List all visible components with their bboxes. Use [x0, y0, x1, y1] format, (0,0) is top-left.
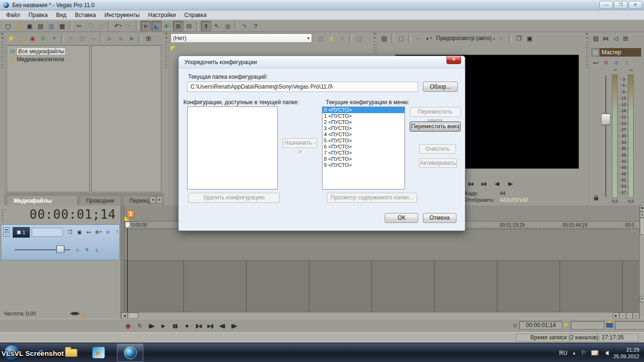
- auto-crossfade-icon[interactable]: ⊞: [173, 21, 183, 31]
- ignore-event-grouping-icon[interactable]: Ⅱ: [201, 21, 211, 31]
- config-menu-item[interactable]: 4 <ПУСТО>: [322, 132, 405, 138]
- minimize-button[interactable]: —: [599, 1, 613, 9]
- explorer-folder-icon[interactable]: [65, 349, 77, 357]
- fx-dock-strip[interactable]: ✕◂: [164, 32, 169, 206]
- track-1-lane[interactable]: [124, 229, 639, 261]
- tray-expand-icon[interactable]: ▲: [572, 351, 576, 355]
- media-properties-icon[interactable]: ▤: [77, 33, 87, 43]
- remove-plugin-icon[interactable]: ✕: [337, 33, 347, 43]
- available-configs-list[interactable]: [187, 107, 278, 189]
- copy-icon[interactable]: ❐: [85, 21, 95, 31]
- delete-config-button[interactable]: Удалить конфигурацию: [188, 193, 280, 203]
- mute-track-icon[interactable]: ⊘: [103, 228, 112, 236]
- play-from-start-icon[interactable]: ▮▶: [146, 321, 157, 330]
- language-indicator[interactable]: RU: [559, 350, 567, 356]
- master-fx-icon[interactable]: ⚙: [602, 58, 611, 67]
- media-player-icon[interactable]: ▶: [92, 347, 105, 358]
- tab-scroll-left-icon[interactable]: ◂: [149, 196, 156, 204]
- extract-audio-cd-icon[interactable]: ✇: [38, 33, 49, 43]
- previous-frame-icon[interactable]: ◀▮: [217, 321, 227, 330]
- cursor-time-display[interactable]: 00:00:01;14: [30, 207, 116, 222]
- auto-ripple-icon[interactable]: ⊟: [184, 21, 194, 31]
- dialog-close-button[interactable]: ✕: [446, 56, 461, 64]
- next-frame-icon[interactable]: ▮▶: [229, 321, 239, 330]
- config-menu-item[interactable]: 3 <ПУСТО>: [322, 125, 405, 132]
- stop-preview-icon[interactable]: ■: [116, 33, 126, 43]
- dim-output-icon[interactable]: ◁: [611, 33, 620, 43]
- auto-preview-icon[interactable]: ⚡: [6, 33, 16, 43]
- downmix-output-icon[interactable]: ⋈: [601, 33, 611, 43]
- ok-button[interactable]: ОК: [385, 213, 418, 223]
- config-menu-item[interactable]: 0 <ПУСТО>: [322, 107, 405, 113]
- tab-explorer[interactable]: Проводник: [79, 195, 121, 206]
- scrub-control[interactable]: ◀◆▶: [70, 310, 79, 316]
- new-project-icon[interactable]: ▢: [3, 21, 13, 31]
- menu-item[interactable]: Инструменты: [100, 12, 144, 18]
- save-preset-icon[interactable]: ▤: [315, 33, 326, 43]
- start-preview-icon[interactable]: ▶: [105, 33, 115, 43]
- config-menu-item[interactable]: 2 <ПУСТО>: [322, 119, 405, 125]
- go-to-start-icon[interactable]: ▮◀: [193, 321, 204, 330]
- selection-edit-icon[interactable]: ↖: [212, 21, 222, 31]
- zoom-in-icon[interactable]: +: [619, 313, 626, 319]
- paint-tool-icon[interactable]: ✚▾: [162, 21, 173, 31]
- video-preferences-icon[interactable]: ▤: [379, 33, 389, 43]
- compositing-mode-icon[interactable]: ❐: [66, 228, 74, 236]
- action-center-flag-icon[interactable]: ⚐: [581, 349, 586, 356]
- tray-clock[interactable]: 21:29 25.09.2012: [613, 346, 639, 360]
- next-frame-icon[interactable]: ▮▶: [504, 179, 516, 188]
- undo-icon[interactable]: ↶▾: [113, 21, 123, 31]
- master-fader-handle[interactable]: [601, 113, 611, 125]
- cursor-timecode-field[interactable]: 00:00:01;14: [519, 321, 562, 329]
- stop-icon[interactable]: ■: [182, 321, 192, 330]
- track-name-field[interactable]: [32, 228, 63, 237]
- menu-item[interactable]: Справка: [180, 12, 211, 18]
- tab-project-media[interactable]: Медиафайлы проекта: [7, 195, 78, 206]
- whats-this-help-icon[interactable]: ?: [250, 21, 261, 31]
- menu-item[interactable]: Вид: [52, 12, 71, 18]
- overlays-icon[interactable]: ◐▾: [424, 33, 434, 43]
- video-output-fx-icon[interactable]: ⊷: [413, 33, 423, 43]
- clear-button[interactable]: Очистить: [419, 144, 456, 154]
- tree-item-all-media[interactable]: ▤ Все медиафайлы: [8, 47, 88, 55]
- view-folder-contents-button[interactable]: Просмотр содержимого папки...: [327, 193, 417, 203]
- envelope-tool-icon[interactable]: ◣: [151, 21, 162, 31]
- move-down-button[interactable]: Переместить вниз: [410, 122, 461, 132]
- mute-icon[interactable]: ⊘: [612, 58, 621, 67]
- close-button[interactable]: ✕: [628, 1, 642, 9]
- save-project-icon[interactable]: ▣: [25, 21, 35, 31]
- menu-item[interactable]: Файл: [2, 12, 25, 18]
- network-status-icon[interactable]: [591, 350, 598, 355]
- browse-button[interactable]: Обзор...: [423, 82, 458, 92]
- menu-item[interactable]: Вставка: [71, 12, 100, 18]
- fader-lock-icon[interactable]: [594, 197, 598, 200]
- tree-item-media-bins[interactable]: ▨ Медианакопители: [8, 55, 88, 63]
- config-menu-item[interactable]: 1 <ПУСТО>: [322, 113, 405, 119]
- time-display-grip[interactable]: [2, 209, 3, 222]
- automation-settings-icon[interactable]: ⚙▾: [94, 228, 103, 236]
- remove-media-icon[interactable]: ✕: [66, 33, 76, 43]
- cancel-button[interactable]: Отмена: [423, 213, 456, 223]
- master-dock-strip[interactable]: ✕◂: [585, 32, 589, 206]
- menu-item[interactable]: Правка: [25, 12, 52, 18]
- master-pin-icon[interactable]: ◱: [591, 48, 600, 57]
- config-folder-path-field[interactable]: C:\Users\Renat\AppData\Roaming\Sony\Vega…: [187, 82, 418, 92]
- interactive-tutorials-icon[interactable]: ✎: [239, 21, 250, 31]
- save-frame-icon[interactable]: ▣: [524, 33, 535, 43]
- scroll-right-icon[interactable]: ▶: [613, 313, 619, 319]
- config-menu-item[interactable]: 8 <ПУСТО>: [322, 156, 405, 162]
- marker-1-tag[interactable]: 1: [127, 210, 134, 218]
- vertical-scroll-thumb[interactable]: [640, 218, 644, 235]
- solo-icon[interactable]: !: [622, 58, 631, 67]
- track-list-divider[interactable]: [121, 206, 124, 319]
- go-to-start-icon[interactable]: ▮◀: [465, 179, 476, 188]
- menu-item[interactable]: Настройки: [144, 12, 180, 18]
- make-parent-icon[interactable]: ↰: [83, 246, 91, 254]
- previous-frame-icon[interactable]: ◀▮: [491, 179, 503, 188]
- volume-icon[interactable]: [603, 351, 609, 355]
- capture-video-icon[interactable]: ⌖: [49, 33, 59, 43]
- vegas-taskbar-button[interactable]: [117, 344, 143, 362]
- play-icon[interactable]: ▶: [158, 321, 168, 330]
- activate-button[interactable]: Активировать: [419, 158, 457, 168]
- insert-fx-icon[interactable]: ⊷: [591, 58, 600, 67]
